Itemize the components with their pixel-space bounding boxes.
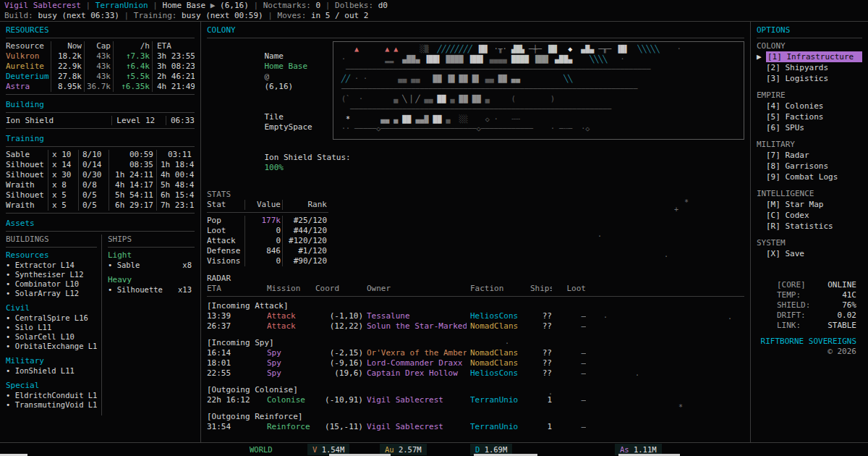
radar-coord: (-2,15): [315, 348, 363, 358]
resource-col-header: Now: [51, 41, 84, 51]
training-status: busy (next 00:59): [182, 11, 263, 20]
radar-loot: –: [556, 321, 586, 332]
radar-faction: NomadClans: [470, 358, 527, 368]
menu-item-statistics[interactable]: [R] Statistics: [757, 221, 862, 232]
menu-item-save[interactable]: [X] Save: [757, 248, 862, 259]
stat-name: Attack: [207, 236, 244, 246]
location-coords: (6,16): [220, 1, 249, 10]
core-status-value: ONLINE: [827, 280, 856, 290]
building-group: Civil• CentralSpire L16• Silo L11• Solar…: [6, 303, 97, 351]
training-progress: 0/14: [78, 160, 109, 170]
map-segment: [346, 55, 385, 63]
moves-status: in 5 / out 2: [311, 11, 368, 20]
radar-loot: –: [556, 395, 586, 405]
resource-rate: ↑6.4k: [113, 62, 152, 72]
training-row: Silhouetx 140/1408:351h 18:47: [6, 160, 195, 170]
divider: [6, 38, 195, 38]
options-section: EMPIRE[4] Colonies[5] Factions[6] SPUs: [757, 90, 862, 133]
radar-row: 22h 16:12Colonise(-10,91)Vigil Sablecres…: [207, 395, 744, 405]
divider: [108, 247, 195, 248]
radar-faction: NomadClans: [470, 348, 527, 358]
training-qty: x 5: [48, 200, 78, 211]
core-status-block: [CORE]ONLINETEMP:41CSHIELD:76%DRIFT:0.02…: [757, 280, 862, 357]
radar-group: [Incoming Attack]13:39Attack(-1,10)Tessa…: [207, 301, 744, 332]
training-row: Silhouetx 50/55h 54:116h 15:47: [6, 190, 195, 200]
dolbeks-value: d0: [378, 1, 388, 10]
radar-ships: ??: [530, 348, 552, 358]
colony-map-row: ────────────────────────────────────────…: [337, 84, 740, 94]
core-status-line: SHIELD:76%: [777, 300, 856, 311]
map-segment: ─╌─: [559, 124, 572, 132]
core-status-value: 76%: [842, 300, 856, 311]
building-group: Resources• Extractor L14• Synthesiser L1…: [6, 250, 97, 298]
resource-cap: 36.7k: [84, 82, 113, 92]
moves-label: Moves:: [278, 11, 307, 20]
map-segment: [572, 55, 590, 63]
dolbeks-label: Dolbeks:: [335, 1, 373, 10]
radar-eta: 16:14: [207, 348, 263, 358]
stats-col-header: Rank: [282, 200, 328, 210]
radar-loot: –: [556, 348, 586, 358]
radar-faction: HeliosCons: [470, 311, 527, 321]
radar-eta: 26:37: [207, 321, 263, 332]
map-segment: ◆: [559, 45, 581, 53]
building-item: • Extractor L14: [6, 261, 97, 270]
colony-tile-line: Tile EmptySpace: [207, 102, 328, 143]
menu-item-logistics[interactable]: [3] Logistics: [757, 73, 862, 84]
map-segment: [420, 75, 433, 83]
map-segment: ◇ ·: [485, 115, 498, 123]
map-segment: [350, 115, 380, 123]
radar-faction: NomadClans: [470, 321, 527, 332]
menu-item-colonies[interactable]: [4] Colonies: [757, 101, 862, 111]
training-unit-name: Wraith: [6, 180, 48, 190]
menu-item-codex[interactable]: [C] Codex: [757, 210, 862, 221]
building-group-title: Civil: [6, 303, 97, 313]
map-segment: ▄: [393, 95, 402, 103]
map-segment: ▐█▌: [477, 45, 490, 53]
divider: [207, 38, 744, 38]
radar-owner: Solun the Star-Marked: [367, 321, 467, 332]
build-name: Ion Shield: [6, 116, 54, 126]
training-unit-name: Silhouet: [6, 190, 48, 200]
radar-col-header: Loot: [556, 284, 586, 294]
training-label: Training:: [134, 11, 177, 20]
map-segment: ██ ▐█ ██ █▌: [433, 75, 480, 83]
options-section: SYSTEM[X] Save: [757, 238, 862, 259]
build-detail: Level 12 06:33: [106, 116, 195, 126]
menu-item-combat-logs[interactable]: [9] Combat Logs: [757, 172, 862, 182]
radar-coord: (-9,16): [315, 358, 363, 368]
core-status-label: DRIFT:: [777, 311, 806, 321]
map-segment: ▐█▌: [546, 45, 559, 53]
training-end-eta: 7h 23:17: [156, 200, 195, 211]
separator: |: [153, 1, 158, 10]
building-item: • OrbitalExchange L1: [6, 342, 97, 351]
menu-item-factions[interactable]: [5] Factions: [757, 111, 862, 122]
menu-item-garrisons[interactable]: [8] Garrisons: [757, 161, 862, 172]
colony-map-row: ▲ ▲ ▲ ░▒ ╱╱╱╱╱╱╱╱ ▐█▌ ·╥· ▟█▙ ─┼─ ▐█▌ ◆ …: [337, 44, 740, 54]
radar-group-label: [Incoming Attack]: [207, 301, 744, 311]
menu-item-radar[interactable]: [7] Radar: [757, 150, 862, 161]
stat-name: Pop: [207, 216, 244, 226]
stats-col-header: Stat: [207, 200, 244, 210]
building-item: • SolarArray L12: [6, 289, 97, 298]
map-segment: [428, 45, 437, 53]
menu-item-infrastructure[interactable]: ▶[1] Infrastructure: [757, 51, 862, 62]
radar-faction: TerranUnio: [470, 422, 527, 432]
stat-value: 0: [244, 256, 282, 266]
menu-item-spus[interactable]: [6] SPUs: [757, 122, 862, 133]
assets-columns: BUILDINGS Resources• Extractor L14• Synt…: [6, 235, 195, 415]
divider: [757, 38, 862, 38]
world-label: WORLD: [250, 444, 273, 455]
colony-overview: Name Home Base @ (6,16) Tile EmptySpace …: [207, 41, 744, 266]
radar-owner: Tessalune: [367, 311, 467, 321]
training-row: Silhouetx 300/301h 24:114h 00:47: [6, 170, 195, 180]
menu-item-star-map[interactable]: [M] Star Map: [757, 199, 862, 210]
app-root: Vigil Sablecrest | TerranUnion | Home Ba…: [0, 0, 868, 456]
stat-value: 177k: [244, 216, 282, 226]
ship-item: • Silhouettex13: [108, 285, 195, 295]
options-section-label: INTELLIGENCE: [757, 189, 862, 199]
resource-name: Vulkron: [6, 51, 51, 62]
menu-item-shipyards[interactable]: [2] Shipyards: [757, 62, 862, 73]
training-start-eta: 5h 54:11: [109, 190, 156, 200]
radar-coord: (-1,10): [315, 311, 363, 321]
